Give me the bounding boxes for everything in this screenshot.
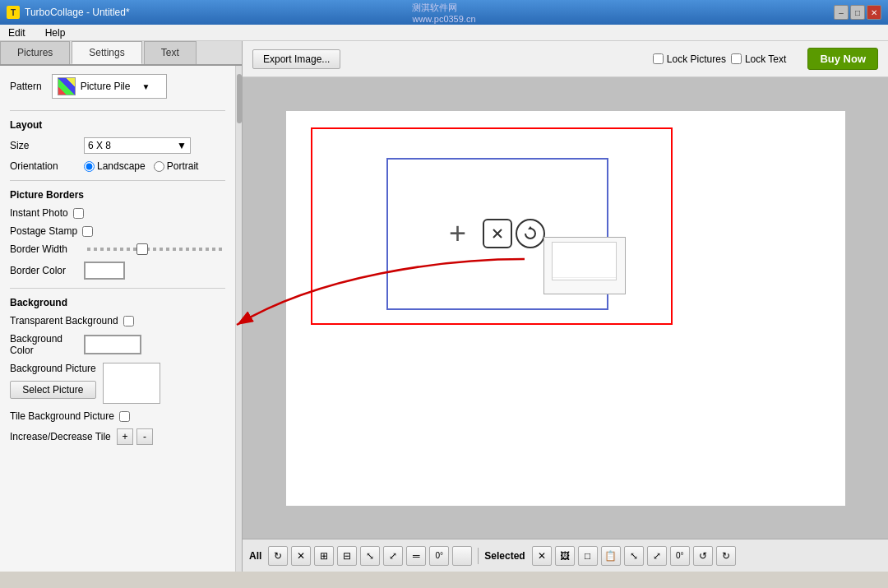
tile-plus-button[interactable]: +: [117, 428, 133, 445]
postage-stamp-checkbox[interactable]: [82, 226, 93, 237]
sel-compress-btn[interactable]: ⤢: [647, 546, 667, 566]
border-color-picker[interactable]: [84, 262, 125, 280]
maximize-button[interactable]: □: [850, 5, 865, 20]
divider-3: [10, 288, 225, 289]
pattern-value: Picture Pile: [81, 81, 131, 92]
sel-copy-btn[interactable]: 📋: [601, 546, 621, 566]
all-compress-btn[interactable]: ⤢: [383, 546, 403, 566]
pattern-label: Pattern: [10, 81, 42, 92]
pattern-selector[interactable]: Picture Pile ▼: [52, 74, 167, 99]
sel-cw-btn[interactable]: ↻: [716, 546, 736, 566]
pattern-row: Pattern Picture Pile ▼: [10, 74, 225, 99]
pattern-dropdown-arrow: ▼: [141, 82, 150, 91]
sel-expand-btn[interactable]: ⤡: [624, 546, 644, 566]
annotation-box: +: [311, 127, 673, 325]
landscape-label: Landscape: [97, 160, 146, 172]
all-remove-btn[interactable]: ✕: [291, 546, 311, 566]
border-width-row: Border Width: [10, 243, 225, 255]
orientation-label: Orientation: [10, 160, 84, 172]
instant-photo-checkbox[interactable]: [73, 208, 84, 219]
layout-section-title: Layout: [10, 119, 225, 131]
tab-text[interactable]: Text: [144, 41, 197, 64]
bottom-toolbar: All ↻ ✕ ⊞ ⊟ ⤡ ⤢ ═ 0° Selected ✕ 🖼 □ 📋 ⤡ …: [243, 539, 888, 572]
sel-angle-btn[interactable]: 0°: [670, 546, 690, 566]
border-color-row: Border Color: [10, 262, 225, 280]
panel-scrollbar[interactable]: [235, 66, 242, 572]
lock-group: Lock Pictures Lock Text: [653, 53, 787, 65]
bg-color-row: Background Color: [10, 333, 225, 356]
title-bar: T TurboCollage - Untitled* 测淇软件网 www.pc0…: [0, 0, 888, 25]
increase-tile-row: Increase/Decrease Tile + -: [10, 428, 225, 445]
sel-remove-btn[interactable]: ✕: [532, 546, 552, 566]
right-toolbar: Export Image... Lock Pictures Lock Text …: [243, 41, 888, 77]
all-rotate-btn[interactable]: ↻: [268, 546, 288, 566]
border-width-thumb[interactable]: [136, 243, 148, 255]
all-grid2-btn[interactable]: ⊟: [337, 546, 357, 566]
rotate-icon[interactable]: [516, 219, 545, 248]
tile-controls: + -: [117, 428, 153, 445]
portrait-label: Portrait: [167, 160, 199, 172]
postage-stamp-row: Postage Stamp: [10, 225, 225, 237]
size-selector[interactable]: 6 X 8 ▼: [84, 137, 191, 154]
menu-edit[interactable]: Edit: [3, 25, 30, 40]
bg-color-picker[interactable]: [84, 335, 141, 354]
picture-borders-title: Picture Borders: [10, 189, 225, 201]
right-area: Export Image... Lock Pictures Lock Text …: [243, 41, 888, 572]
add-photo-icon[interactable]: +: [449, 216, 466, 251]
all-expand-btn[interactable]: ⤡: [360, 546, 380, 566]
all-grid1-btn[interactable]: ⊞: [314, 546, 334, 566]
tab-settings[interactable]: Settings: [72, 41, 141, 64]
tile-bg-checkbox[interactable]: [119, 411, 130, 422]
all-extra-btn[interactable]: [452, 546, 472, 566]
select-picture-button[interactable]: Select Picture: [10, 381, 96, 399]
canvas-background: +: [286, 111, 845, 506]
canvas-area: +: [243, 77, 888, 539]
left-panel: Pictures Settings Text Pattern Picture P…: [0, 41, 243, 572]
tile-bg-label: Tile Background Picture: [10, 410, 114, 422]
transparent-bg-checkbox[interactable]: [123, 316, 134, 326]
landscape-radio[interactable]: [84, 161, 95, 172]
size-value: 6 X 8: [88, 140, 111, 151]
buy-now-button[interactable]: Buy Now: [807, 48, 878, 70]
radio-portrait[interactable]: Portrait: [154, 160, 199, 172]
radio-landscape[interactable]: Landscape: [84, 160, 146, 172]
lock-pictures-label: Lock Pictures: [653, 53, 726, 65]
sel-image-btn[interactable]: 🖼: [555, 546, 575, 566]
orientation-radio-group: Landscape Portrait: [84, 160, 198, 172]
toolbar-separator: [478, 548, 479, 564]
close-button[interactable]: ✕: [867, 5, 881, 20]
svg-marker-2: [528, 226, 533, 229]
divider-2: [10, 180, 225, 181]
transparent-bg-label: Transparent Background: [10, 315, 118, 326]
portrait-radio[interactable]: [154, 161, 164, 172]
lock-text-label: Lock Text: [731, 53, 786, 65]
increase-tile-label: Increase/Decrease Tile: [10, 431, 117, 442]
tab-pictures[interactable]: Pictures: [0, 41, 70, 64]
main-container: Pictures Settings Text Pattern Picture P…: [0, 41, 888, 572]
menu-bar: Edit Help: [0, 25, 888, 41]
divider-1: [10, 110, 225, 111]
remove-icon[interactable]: [483, 219, 512, 248]
bg-picture-preview: [103, 363, 160, 404]
pattern-icon: [58, 77, 76, 95]
menu-help[interactable]: Help: [40, 25, 71, 40]
sel-square-btn[interactable]: □: [578, 546, 598, 566]
export-button[interactable]: Export Image...: [252, 49, 340, 69]
all-equal-btn[interactable]: ═: [406, 546, 426, 566]
tile-minus-button[interactable]: -: [136, 428, 153, 445]
app-icon: T: [7, 6, 20, 19]
lock-pictures-checkbox[interactable]: [653, 53, 664, 64]
background-section-title: Background: [10, 297, 225, 308]
action-icons: [483, 219, 545, 248]
border-color-label: Border Color: [10, 265, 84, 276]
all-angle-btn[interactable]: 0°: [429, 546, 449, 566]
bg-picture-row: Background Picture Select Picture: [10, 363, 225, 404]
lock-text-checkbox[interactable]: [731, 53, 742, 64]
size-label: Size: [10, 140, 84, 151]
minimize-button[interactable]: –: [834, 5, 849, 20]
border-width-track[interactable]: [87, 248, 225, 251]
orientation-row: Orientation Landscape Portrait: [10, 160, 225, 172]
panel-content: Pattern Picture Pile ▼ Layout Size 6 X 8…: [0, 66, 235, 572]
sel-ccw-btn[interactable]: ↺: [693, 546, 713, 566]
instant-photo-row: Instant Photo: [10, 207, 225, 219]
